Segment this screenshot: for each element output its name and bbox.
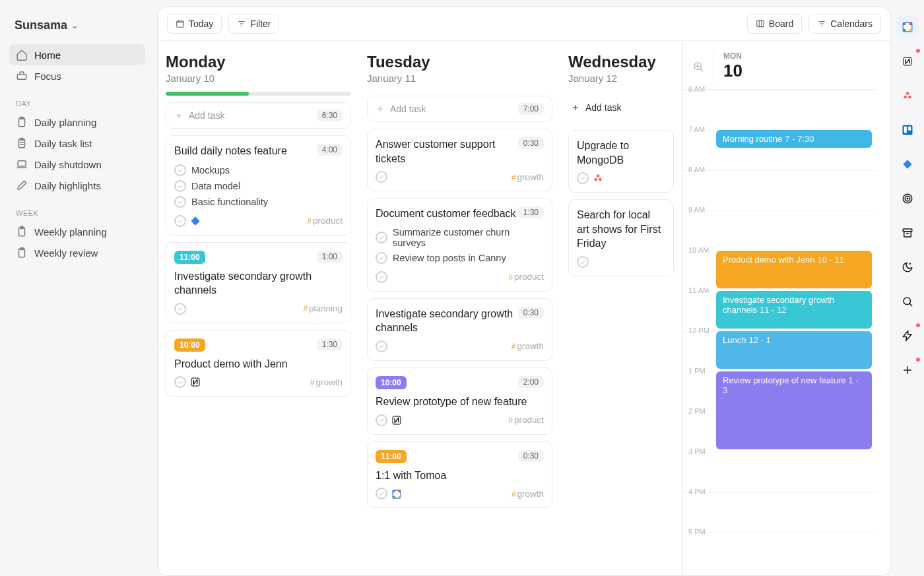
rail-moon[interactable] xyxy=(896,256,919,278)
nav-home[interactable]: Home xyxy=(9,44,145,65)
add-task-button[interactable]: Add task xyxy=(568,96,674,119)
check-circle-icon[interactable] xyxy=(376,232,387,243)
complete-toggle[interactable] xyxy=(376,171,387,183)
complete-toggle[interactable] xyxy=(376,414,387,426)
duration-pill: 1:30 xyxy=(317,338,343,350)
workspace-selector[interactable]: Sunsama ⌄ xyxy=(9,16,145,44)
nav-sections: DAYDaily planningDaily task listDaily sh… xyxy=(9,86,145,263)
task-title: Search for local art shows for First Fri… xyxy=(577,208,665,251)
nav-main: HomeFocus xyxy=(9,44,145,86)
task-card[interactable]: 11:000:30 1:1 with Tomoa growth xyxy=(367,441,552,509)
nav-label: Daily planning xyxy=(34,117,96,128)
calendar-grid[interactable]: 6 AM7 AM8 AM9 AM10 AM11 AM12 PM1 PM2 PM3… xyxy=(683,90,877,575)
task-card[interactable]: 10:002:00 Review prototype of new featur… xyxy=(367,368,552,435)
subtask-item[interactable]: Summarize customer churn surveys xyxy=(376,225,544,250)
complete-toggle[interactable] xyxy=(577,256,589,268)
zoom-icon[interactable] xyxy=(692,61,704,73)
subtask-item[interactable]: Mockups xyxy=(174,162,343,178)
subtask-label: Basic functionality xyxy=(191,197,268,207)
channel-tag[interactable]: planning xyxy=(303,304,343,313)
calendar-event[interactable]: Morning routine7 - 7:30 xyxy=(716,130,872,148)
rail-search[interactable] xyxy=(896,290,919,313)
hour-label: 2 PM xyxy=(688,407,706,415)
duration-pill: 0:30 xyxy=(518,137,544,149)
rail-gcal[interactable] xyxy=(896,16,919,38)
task-card[interactable]: Build daily notes feature4:00MockupsData… xyxy=(166,135,351,236)
task-card[interactable]: Search for local art shows for First Fri… xyxy=(568,199,674,276)
nav-item[interactable]: Daily planning xyxy=(9,112,145,133)
rail-asana[interactable] xyxy=(896,84,919,107)
channel-tag[interactable]: product xyxy=(307,216,343,226)
filter-label: Filter xyxy=(250,18,271,29)
complete-toggle[interactable] xyxy=(376,340,387,352)
task-title: Review prototype of new feature xyxy=(376,395,544,409)
check-circle-icon[interactable] xyxy=(376,252,387,264)
clipboard-icon xyxy=(16,226,28,238)
complete-toggle[interactable] xyxy=(174,215,186,227)
duration-pill: 1:00 xyxy=(317,251,343,263)
nav-item[interactable]: Daily highlights xyxy=(9,175,145,196)
filter-icon xyxy=(237,19,246,28)
complete-toggle[interactable] xyxy=(376,271,387,283)
notion-icon xyxy=(391,415,402,426)
nav-item[interactable]: Daily task list xyxy=(9,133,145,154)
complete-toggle[interactable] xyxy=(577,172,589,184)
calendar-event[interactable]: Product demo with Jenn10 - 11 xyxy=(716,251,872,288)
add-task-button[interactable]: Add task 6:30 xyxy=(166,102,351,129)
subtask-item[interactable]: Review top posts in Canny xyxy=(376,250,544,266)
rail-trello[interactable] xyxy=(896,119,919,141)
task-card[interactable]: 11:001:00 Investigate secondary growth c… xyxy=(166,242,351,323)
today-button[interactable]: Today xyxy=(167,14,222,34)
rail-target[interactable] xyxy=(896,187,919,210)
nav-label: Daily task list xyxy=(34,138,92,149)
check-circle-icon[interactable] xyxy=(174,164,186,176)
rail-jira[interactable] xyxy=(896,153,919,176)
rail-zap[interactable] xyxy=(896,325,919,347)
hour-label: 3 PM xyxy=(688,447,706,455)
task-card[interactable]: Investigate secondary growth channels0:3… xyxy=(367,298,552,361)
subtask-item[interactable]: Data model xyxy=(174,178,343,194)
rail-archive[interactable] xyxy=(896,222,919,244)
check-circle-icon[interactable] xyxy=(174,196,186,208)
task-card[interactable]: Upgrade to MongoDB xyxy=(568,130,674,193)
complete-toggle[interactable] xyxy=(174,303,186,315)
hour-label: 9 AM xyxy=(688,206,705,214)
channel-tag[interactable]: product xyxy=(508,415,544,425)
channel-tag[interactable]: growth xyxy=(512,172,544,182)
rail-plus[interactable] xyxy=(896,359,919,381)
nav-item[interactable]: Weekly review xyxy=(9,242,145,263)
svg-point-31 xyxy=(908,96,911,99)
calendars-button[interactable]: Calendars xyxy=(808,14,881,34)
hour-label: 7 AM xyxy=(688,125,705,133)
nav-item[interactable]: Daily shutdown xyxy=(9,154,145,175)
nav-focus[interactable]: Focus xyxy=(9,65,145,86)
check-circle-icon[interactable] xyxy=(174,180,186,192)
task-card[interactable]: 10:001:30 Product demo with Jenn growth xyxy=(166,330,351,397)
channel-tag[interactable]: product xyxy=(508,272,544,282)
complete-toggle[interactable] xyxy=(376,488,387,499)
task-card[interactable]: Answer customer support tickets0:30 grow… xyxy=(367,129,552,191)
trello-icon xyxy=(902,124,913,136)
channel-tag[interactable]: growth xyxy=(512,341,544,351)
nav-item[interactable]: Weekly planning xyxy=(9,221,145,242)
board-button[interactable]: Board xyxy=(747,14,802,34)
complete-toggle[interactable] xyxy=(174,376,186,388)
day-date: January 10 xyxy=(166,73,351,84)
duration-pill: 1:30 xyxy=(518,207,544,218)
jira-icon xyxy=(190,216,201,226)
hour-label: 10 AM xyxy=(688,246,709,254)
hour-label: 8 AM xyxy=(688,166,705,174)
channel-tag[interactable]: growth xyxy=(512,489,544,499)
svg-point-21 xyxy=(599,178,602,181)
add-task-button[interactable]: Add task 7:00 xyxy=(367,96,552,122)
task-card[interactable]: Document customer feedback1:30Summarize … xyxy=(367,198,552,292)
calendar-event[interactable]: Review prototype of new feature1 - 3 xyxy=(716,371,872,449)
channel-tag[interactable]: growth xyxy=(310,377,343,387)
calendar-event[interactable]: Lunch12 - 1 xyxy=(716,331,872,369)
svg-rect-17 xyxy=(393,496,395,498)
duration-pill: 4:00 xyxy=(317,144,343,156)
calendar-event[interactable]: Investigate secondary growth channels11 … xyxy=(716,291,872,329)
filter-button[interactable]: Filter xyxy=(228,14,279,34)
rail-notion[interactable] xyxy=(896,50,919,73)
subtask-item[interactable]: Basic functionality xyxy=(174,194,343,210)
